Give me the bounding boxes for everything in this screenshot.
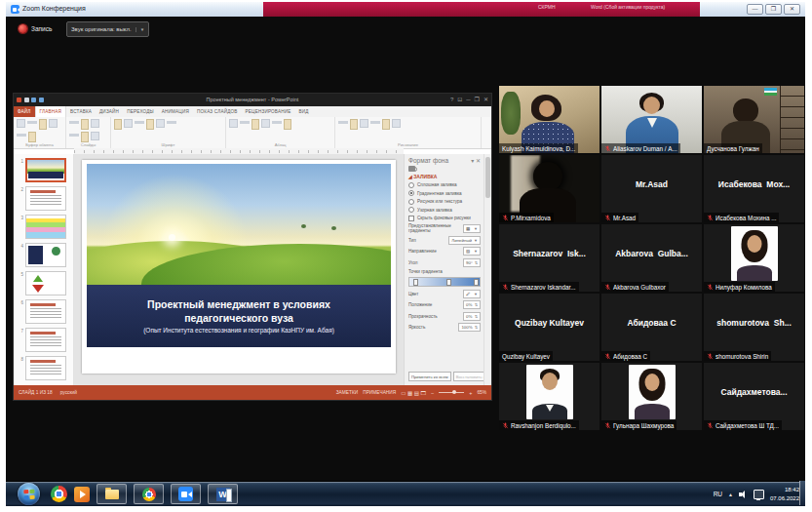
ribbon-tab-3[interactable]: ВСТАВКА [66, 106, 96, 117]
checkbox-icon[interactable] [408, 216, 414, 221]
ribbon-tab-8[interactable]: РЕЦЕНЗИРОВАНИЕ [242, 106, 295, 117]
view-buttons[interactable]: ▭ ▦ ▤ 🗖 [401, 390, 426, 396]
thumbnail-preview[interactable] [25, 328, 66, 352]
slide-thumbnail-5[interactable]: 5 [18, 271, 73, 295]
ribbon-tab-1[interactable]: ФАЙЛ [14, 106, 35, 117]
slide-thumbnail-6[interactable]: 6 [18, 299, 73, 324]
thumbnail-preview[interactable] [25, 271, 66, 295]
gradient-stop-handle[interactable] [446, 279, 451, 286]
apply-to-all-button[interactable]: Применить ко всем [408, 372, 451, 381]
radio-icon[interactable] [408, 182, 414, 188]
thumbnail-preview[interactable] [25, 186, 66, 211]
ppt-close-icon[interactable]: ✕ [483, 96, 488, 104]
comments-button[interactable]: ПРИМЕЧАНИЯ [363, 390, 396, 395]
participant-tile[interactable]: Исабекова Мох...Исабекова Мохина ... [704, 155, 804, 222]
participant-tile[interactable]: Mr.AsadMr.Asad [601, 155, 702, 222]
hide-bg-checkbox-row[interactable]: Скрыть фоновые рисунки [408, 216, 481, 221]
clock[interactable]: 18:42 07.06.2022 [770, 486, 799, 501]
slide-thumbnail-8[interactable]: 8 [18, 356, 73, 380]
participant-tile[interactable]: shomurotova Sh...shomurotova Shirin [704, 294, 804, 361]
slide-thumbnail-3[interactable]: 3 [18, 215, 73, 239]
undo-icon[interactable] [31, 98, 36, 102]
save-icon[interactable] [24, 98, 29, 102]
slide-thumbnail-4[interactable]: 4 [18, 243, 73, 267]
slide-thumbnail-2[interactable]: 2 [18, 186, 73, 211]
redo-icon[interactable] [39, 98, 44, 102]
ppt-restore-icon[interactable]: ❐ [475, 96, 480, 104]
participant-tile[interactable]: Нилуфар Комилова [704, 224, 804, 292]
fill-option[interactable]: Градиентная заливка [408, 190, 481, 196]
ribbon-tab-2[interactable]: ГЛАВНАЯ [35, 106, 66, 117]
taskbar-chrome-window[interactable] [134, 484, 164, 504]
chevron-down-icon[interactable]: ▼ [135, 27, 144, 32]
maximize-button[interactable]: ❐ [765, 4, 782, 15]
taskbar-file-explorer[interactable] [97, 484, 127, 504]
start-button[interactable] [18, 483, 40, 505]
participant-tile[interactable]: Aliaskarov Duman / А... [601, 86, 702, 153]
fill-option[interactable]: Узорная заливка [408, 207, 481, 213]
hidden-icons-chevron[interactable]: ▲ [728, 492, 733, 497]
color-dropdown[interactable]: 🖉▼ [463, 290, 481, 298]
show-desktop-button[interactable] [799, 481, 805, 505]
reset-background-button[interactable]: Восстановить фон [453, 372, 484, 381]
ribbon-tab-7[interactable]: ПОКАЗ СЛАЙДОВ [193, 106, 242, 117]
zoom-percentage[interactable]: 65% [477, 390, 486, 395]
position-stepper[interactable]: 0%⇅ [463, 300, 481, 309]
participant-tile[interactable]: Kulyash Kaimuldinova, D... [499, 86, 599, 153]
ppt-minimize-icon[interactable]: ─ [466, 96, 470, 104]
participant-tile[interactable]: Shernazarov Isk...Shernazarov Iskandar..… [499, 224, 599, 292]
fill-option[interactable]: Сплошная заливка [408, 182, 481, 188]
participant-tile[interactable]: Абидоваа САбидоваа С [601, 294, 702, 361]
thumbnail-preview[interactable] [25, 356, 66, 380]
zoom-in-icon[interactable]: + [469, 390, 472, 396]
notes-button[interactable]: ЗАМЕТКИ [336, 390, 358, 395]
vertical-scrollbar[interactable] [483, 154, 491, 385]
participant-tile[interactable]: Quzibay KultayevQuzibay Kultayev [499, 294, 599, 361]
help-icon[interactable]: ? [450, 96, 453, 104]
radio-icon[interactable] [408, 207, 414, 213]
zoom-out-icon[interactable]: − [431, 390, 434, 396]
slide-thumbnail-1[interactable]: 1 [18, 158, 73, 182]
radio-icon[interactable] [408, 199, 414, 205]
ribbon-options-icon[interactable]: ⊡ [457, 96, 462, 104]
ribbon-tab-9[interactable]: ВИД [295, 106, 313, 117]
slide-thumbnail-7[interactable]: 7 [18, 328, 73, 352]
panel-close-icon[interactable]: ▾ ✕ [471, 157, 481, 164]
radio-icon[interactable] [408, 190, 414, 196]
participant-tile[interactable]: Сайдахметова...Сайдахметова Ш ТД... [704, 363, 804, 430]
fill-option[interactable]: Рисунок или текстура [408, 199, 481, 205]
speaker-icon[interactable] [739, 491, 748, 498]
fill-section-header[interactable]: ◢ ЗАЛИВКА [408, 174, 481, 179]
original-sound-button[interactable]: Звук оригинала: выкл. ▼ [66, 21, 149, 37]
thumbnail-preview[interactable] [25, 158, 66, 182]
participant-tile[interactable]: Гульнара Шахмурова [601, 363, 702, 430]
transparency-stepper[interactable]: 0%⇅ [463, 312, 481, 321]
angle-stepper[interactable]: 90°⇅ [463, 258, 481, 267]
language-indicator[interactable]: русский [60, 390, 77, 395]
gradient-stops-slider[interactable] [408, 277, 481, 287]
close-button[interactable]: ✕ [784, 4, 800, 15]
thumbnail-preview[interactable] [25, 299, 66, 324]
network-icon[interactable] [754, 490, 764, 499]
ribbon-tab-6[interactable]: АНИМАЦИЯ [158, 106, 193, 117]
thumbnail-preview[interactable] [25, 243, 66, 267]
current-slide[interactable]: Проектный менеджмент в условиях педагоги… [82, 160, 396, 374]
zoom-slider[interactable] [439, 392, 464, 393]
gradient-stop-handle[interactable] [474, 279, 479, 286]
brightness-stepper[interactable]: 100%⇅ [458, 323, 481, 332]
participant-tile[interactable]: P.Mirxamidova [499, 155, 599, 222]
direction-dropdown[interactable]: ▨▼ [463, 247, 481, 256]
ribbon-tab-5[interactable]: ПЕРЕХОДЫ [123, 106, 158, 117]
thumbnail-preview[interactable] [25, 215, 66, 239]
record-icon[interactable] [19, 24, 27, 33]
minimize-button[interactable]: — [747, 4, 763, 15]
media-player-icon[interactable] [74, 487, 90, 502]
paint-bucket-icon[interactable] [408, 166, 415, 172]
participant-tile[interactable]: Дусчанова Гулжан [704, 86, 804, 153]
taskbar-word-app[interactable]: W [208, 484, 238, 504]
gradient-stop-handle[interactable] [413, 279, 418, 286]
preset-dropdown[interactable]: ▦▼ [463, 224, 481, 233]
ribbon-tab-4[interactable]: ДИЗАЙН [96, 106, 123, 117]
chrome-icon[interactable] [51, 486, 67, 502]
taskbar-zoom-app[interactable] [171, 484, 201, 504]
